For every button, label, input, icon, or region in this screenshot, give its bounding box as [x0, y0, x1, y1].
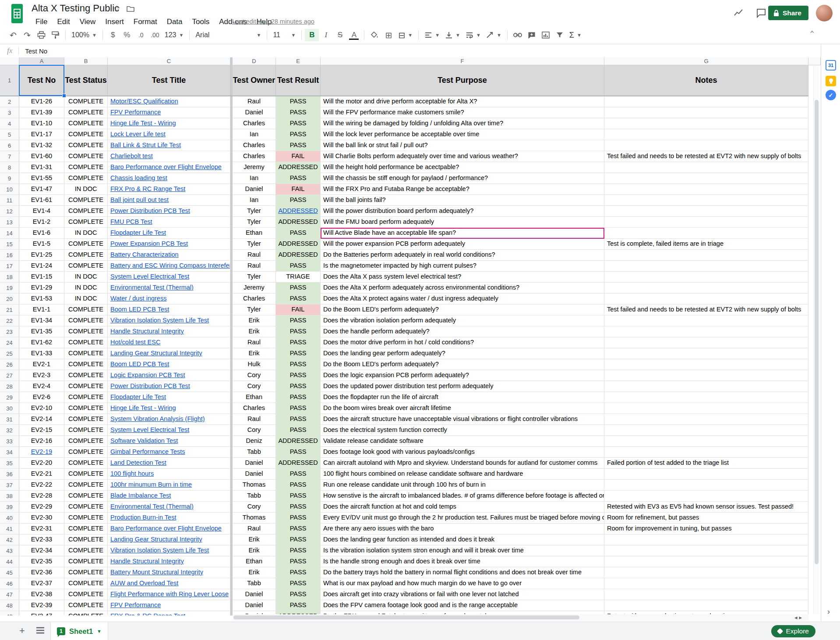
test-title-link[interactable]: Environmental Test (Thermal) — [110, 284, 194, 291]
test-title-link[interactable]: Vibration Isolation System Life Test — [110, 547, 209, 554]
cell-test-owner[interactable]: Erik — [233, 326, 276, 337]
row-number[interactable]: 3 — [0, 107, 19, 118]
test-title-link[interactable]: Baro Performance over Flight Envelope — [110, 525, 222, 532]
vertical-align-icon[interactable]: ▼ — [442, 32, 463, 39]
cell-test-title[interactable]: Handle Structural Integrity — [108, 326, 230, 337]
cell-test-purpose[interactable]: Will the FPV performance make customers … — [321, 107, 604, 118]
cell-test-status[interactable]: COMPLETE — [64, 140, 108, 151]
cell-test-no[interactable]: EV1-34 — [19, 315, 64, 326]
cell-test-owner[interactable]: Charles — [233, 151, 276, 162]
share-button[interactable]: Share — [768, 6, 808, 20]
row-number[interactable]: 33 — [0, 436, 19, 447]
cell-notes[interactable] — [604, 162, 808, 173]
cell-test-no[interactable]: EV1-35 — [19, 326, 64, 337]
cell-test-title[interactable]: Blade Imbalance Test — [108, 491, 230, 502]
cell-test-status[interactable]: IN DOC — [64, 293, 108, 304]
test-title-link[interactable]: Battery Characterization — [110, 251, 179, 258]
cell-test-result[interactable]: PASS — [276, 283, 321, 293]
cell-test-owner[interactable]: Cory — [233, 381, 276, 392]
test-title-link[interactable]: Logic Expansion PCB Test — [110, 371, 185, 378]
cell-notes[interactable]: Test failed and needs to be retested at … — [604, 151, 808, 162]
cell-test-owner[interactable]: Thomas — [233, 480, 276, 491]
row-number[interactable]: 34 — [0, 447, 19, 458]
cell-test-status[interactable]: COMPLETE — [64, 195, 108, 206]
test-title-link[interactable]: Handle Structural Integrity — [110, 558, 184, 565]
cell-test-purpose[interactable]: Will the lock lever performance be accep… — [321, 129, 604, 140]
cell-test-owner[interactable]: Hulk — [233, 359, 276, 370]
cell-test-status[interactable]: COMPLETE — [64, 578, 108, 589]
cell-test-result[interactable]: ADDRESSED — [276, 162, 321, 173]
cell-test-status[interactable]: COMPLETE — [64, 502, 108, 513]
cell-test-owner[interactable]: Cory — [233, 370, 276, 381]
cell-test-status[interactable]: COMPLETE — [64, 403, 108, 414]
sheet-tab-menu-icon[interactable]: ▼ — [97, 629, 102, 634]
cell-notes[interactable] — [604, 436, 808, 447]
font-select[interactable]: Arial▼ — [193, 31, 264, 39]
cell-notes[interactable]: Test failed and needs to be retested at … — [604, 304, 808, 315]
cell-test-owner[interactable]: Tabb — [233, 447, 276, 458]
cell-test-title[interactable]: Environmental Test (Thermal) — [108, 283, 230, 293]
strikethrough-button[interactable]: S — [333, 29, 347, 41]
test-title-link[interactable]: Software Validation Test — [110, 437, 178, 444]
cell-test-purpose[interactable]: What is our max payload and how much mar… — [321, 578, 604, 589]
cell-test-no[interactable]: EV1-32 — [19, 140, 64, 151]
column-header-b[interactable]: B — [64, 57, 108, 65]
add-sheet-icon[interactable]: + — [19, 625, 25, 636]
test-title-link[interactable]: Landing Gear Structural Integrity — [110, 536, 202, 543]
test-title-link[interactable]: Power Distribution PCB Test — [110, 207, 190, 214]
tasks-icon[interactable]: ✓ — [826, 90, 836, 100]
cell-test-purpose[interactable]: Will Charlie Bolts perform adequately ov… — [321, 151, 604, 162]
cell-test-title[interactable]: FRX Pro & RC Range Test — [108, 611, 230, 615]
cell-test-no[interactable]: EV1-55 — [19, 173, 64, 184]
cell-test-purpose[interactable]: Does the handle perform adequately? — [321, 326, 604, 337]
menu-format[interactable]: Format — [129, 17, 162, 27]
cell-test-owner[interactable]: Raul — [233, 337, 276, 348]
cell-test-owner[interactable]: Raul — [233, 414, 276, 425]
cell-test-no[interactable]: EV2-19 — [19, 447, 64, 458]
test-title-link[interactable]: Chassis loading test — [110, 174, 167, 181]
fill-color-icon[interactable] — [367, 29, 381, 41]
cell-test-purpose[interactable]: Is the magnetometer impacted by high cur… — [321, 261, 604, 272]
cell-test-status[interactable]: COMPLETE — [64, 217, 108, 228]
cell-test-owner[interactable]: Deniz — [233, 436, 276, 447]
cell-test-status[interactable]: COMPLETE — [64, 447, 108, 458]
row-number[interactable]: 37 — [0, 480, 19, 491]
cell-test-result[interactable]: ADDRESSED — [276, 206, 321, 217]
scroll-right-icon[interactable]: ▸ — [799, 614, 804, 621]
comment-icon[interactable] — [756, 8, 766, 18]
cell-test-no[interactable]: EV1-62 — [19, 337, 64, 348]
menu-view[interactable]: View — [75, 17, 101, 27]
cell-notes[interactable] — [604, 173, 808, 184]
cell-notes[interactable]: Test is complete, failed items are in tr… — [604, 239, 808, 250]
test-title-link[interactable]: FRX Pro & RC Range Test — [110, 185, 185, 192]
cell-test-owner[interactable]: Tyler — [233, 239, 276, 250]
test-title-link[interactable]: System Level Electrical Test — [110, 426, 189, 433]
cell-notes[interactable] — [604, 578, 808, 589]
row-number[interactable]: 18 — [0, 272, 19, 283]
row-number[interactable]: 17 — [0, 261, 19, 272]
cell-test-status[interactable]: IN DOC — [64, 272, 108, 283]
formula-bar-value[interactable]: Test No — [25, 47, 47, 55]
cell-test-result[interactable]: PASS — [276, 447, 321, 458]
cell-test-owner[interactable]: Tyler — [233, 206, 276, 217]
cell-test-no[interactable]: EV1-24 — [19, 261, 64, 272]
zoom-select[interactable]: 100%▼ — [69, 31, 99, 39]
cell-test-owner[interactable]: Daniel — [233, 458, 276, 469]
test-title-link[interactable]: Power Distribution PCB Test — [110, 382, 190, 389]
cell-test-title[interactable]: Lock Lever Life test — [108, 129, 230, 140]
cell-test-owner[interactable]: Cory — [233, 502, 276, 513]
cell-notes[interactable] — [604, 447, 808, 458]
insert-chart-icon[interactable] — [539, 29, 553, 41]
test-title-link[interactable]: FMU PCB Test — [110, 218, 152, 225]
cell-notes[interactable] — [604, 206, 808, 217]
test-title-link[interactable]: System Level Electrical Test — [110, 273, 189, 280]
cell-test-title[interactable]: Handle Structural Integrity — [108, 556, 230, 567]
cell-test-no[interactable]: EV2-3 — [19, 370, 64, 381]
last-edit-link[interactable]: Last edit was 28 minutes ago — [232, 18, 314, 25]
cell-test-title[interactable]: Software Validation Test — [108, 436, 230, 447]
cell-test-result[interactable]: PASS — [276, 600, 321, 611]
collapse-toolbar-icon[interactable]: ^ — [810, 30, 814, 36]
cell-test-purpose[interactable]: Will the FMU board perform adequately — [321, 217, 604, 228]
row-number[interactable]: 28 — [0, 381, 19, 392]
cell-test-no[interactable]: EV2-10 — [19, 403, 64, 414]
